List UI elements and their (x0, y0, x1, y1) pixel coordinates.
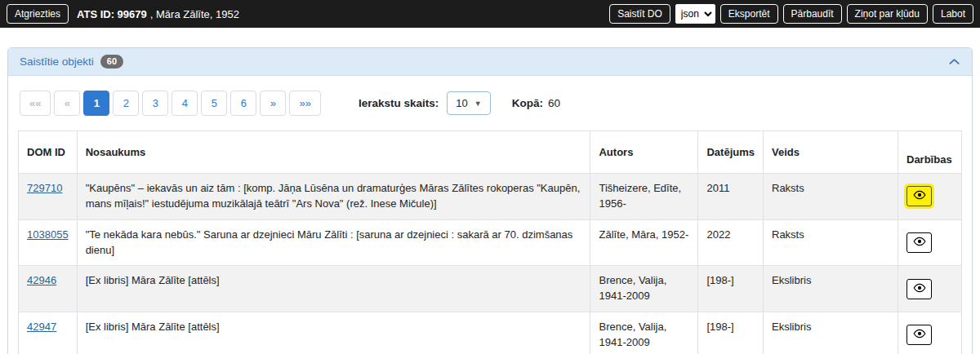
panel-header[interactable]: Saistītie objekti 60 (8, 48, 972, 76)
col-header-darbibas: Darbības (898, 131, 962, 174)
eye-icon (913, 282, 926, 296)
row-author: Brence, Valija, 1941-2009 (590, 266, 698, 312)
view-button[interactable] (906, 279, 932, 299)
caret-down-icon: ▼ (474, 100, 482, 108)
row-date: [198-] (698, 312, 764, 354)
view-button[interactable] (906, 325, 932, 345)
col-header-veids: Veids (764, 131, 898, 174)
row-author: Tišheizere, Edīte, 1956- (590, 174, 698, 220)
col-header-nosaukums: Nosaukums (77, 131, 590, 174)
col-header-dom-id: DOM ID (19, 131, 78, 174)
row-type: Ekslibris (764, 312, 898, 354)
row-date: 2022 (698, 219, 764, 266)
row-type: Raksts (764, 219, 898, 266)
total-label: Kopā: (512, 97, 543, 109)
export-button[interactable]: Eksportēt (720, 4, 778, 24)
table-row: 729710 "Kaupēns" – iekavās un aiz tām : … (19, 174, 962, 220)
view-button[interactable] (906, 232, 932, 253)
link-do-button[interactable]: Saistīt DO (609, 4, 670, 24)
pagination-next[interactable]: » (260, 91, 286, 116)
view-button[interactable] (906, 186, 932, 206)
row-type: Raksts (764, 174, 898, 220)
dom-id-link[interactable]: 42947 (27, 321, 56, 333)
panel-body: «« « 1 2 3 4 5 6 » »» Ierakstu skaits: 1… (8, 76, 972, 354)
eye-icon (913, 236, 926, 250)
col-header-datejums: Datējums (698, 131, 764, 174)
page-size-value: 10 (456, 97, 467, 109)
pagination-page-3[interactable]: 3 (142, 91, 168, 116)
back-button[interactable]: Atgriezties (7, 4, 69, 24)
ats-name-label: , Māra Zālīte, 1952 (150, 8, 239, 20)
eye-icon (913, 189, 926, 203)
dom-id-link[interactable]: 42946 (27, 274, 56, 286)
row-type: Ekslibris (764, 266, 898, 312)
page-size-select[interactable]: 10 ▼ (447, 91, 490, 115)
table-row: 42946 [Ex libris] Māra Zālīte [attēls] B… (19, 266, 962, 312)
edit-button[interactable]: Labot (933, 4, 973, 24)
record-title: ATS ID: 99679 , Māra Zālīte, 1952 (77, 8, 239, 20)
check-button[interactable]: Pārbaudīt (783, 4, 842, 24)
page-size-label: Ierakstu skaits: (359, 97, 439, 109)
row-date: 2011 (698, 174, 764, 220)
pagination-page-2[interactable]: 2 (113, 91, 139, 116)
panel-title: Saistītie objekti (20, 55, 94, 68)
related-objects-table: DOM ID Nosaukums Autors Datējums Veids D… (18, 131, 962, 354)
ats-id-label: ATS ID: 99679 (77, 8, 147, 20)
pagination-last[interactable]: »» (289, 91, 320, 116)
dom-id-link[interactable]: 729710 (27, 182, 62, 194)
pagination-prev[interactable]: « (54, 91, 80, 116)
row-title: [Ex libris] Māra Zālīte [attēls] (77, 266, 590, 312)
table-row: 42947 [Ex libris] Māra Zālīte [attēls] B… (19, 312, 962, 354)
pagination-page-5[interactable]: 5 (201, 91, 227, 116)
report-error-button[interactable]: Ziņot par kļūdu (847, 4, 928, 24)
row-title: "Te nekāda kara nebūs." Saruna ar dzejni… (77, 219, 590, 266)
chevron-up-icon[interactable] (948, 55, 960, 68)
dom-id-link[interactable]: 1038055 (27, 228, 69, 241)
pagination: «« « 1 2 3 4 5 6 » »» Ierakstu skaits: 1… (20, 91, 962, 116)
toolbar-actions: Saistīt DO json Eksportēt Pārbaudīt Ziņo… (609, 4, 973, 24)
pagination-page-6[interactable]: 6 (230, 91, 256, 116)
row-author: Zālīte, Māra, 1952- (590, 219, 698, 266)
pagination-page-1[interactable]: 1 (83, 91, 109, 116)
top-toolbar: Atgriezties ATS ID: 99679 , Māra Zālīte,… (0, 0, 980, 28)
table-row: 1038055 "Te nekāda kara nebūs." Saruna a… (19, 219, 962, 266)
row-author: Brence, Valija, 1941-2009 (590, 312, 698, 354)
total-value: 60 (548, 97, 560, 109)
row-date: [198-] (698, 266, 764, 312)
pagination-first[interactable]: «« (20, 91, 51, 116)
export-format-select[interactable]: json (675, 4, 715, 24)
row-title: [Ex libris] Māra Zālīte [attēls] (77, 312, 590, 354)
table-header-row: DOM ID Nosaukums Autors Datējums Veids D… (19, 131, 962, 174)
pagination-page-4[interactable]: 4 (172, 91, 198, 116)
related-objects-panel: Saistītie objekti 60 «« « 1 2 3 4 5 6 » … (7, 47, 973, 354)
col-header-autors: Autors (590, 131, 698, 174)
total-count: Kopā:60 (512, 97, 560, 109)
row-title: "Kaupēns" – iekavās un aiz tām : [komp. … (77, 174, 590, 220)
eye-icon (913, 328, 926, 342)
count-badge: 60 (100, 55, 123, 69)
